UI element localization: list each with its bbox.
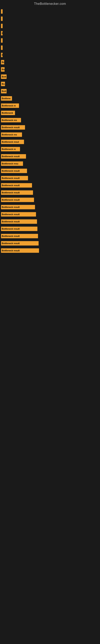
bar-label	[1, 38, 2, 43]
bar-row: Bottleneck result	[1, 226, 98, 232]
bar-row: Bottleneck result	[1, 212, 98, 217]
bar-label: Bo	[1, 67, 4, 72]
bar-row: Bottleneck	[1, 110, 98, 116]
bar-label: Bottleneck re	[1, 104, 19, 108]
bar-row: Bottleneck res	[1, 117, 98, 123]
bar-row: Bottlene	[1, 96, 98, 101]
bar-row: Bo	[1, 59, 98, 65]
bar-label: Bott	[1, 74, 7, 79]
bar-label: Bottleneck	[1, 111, 15, 115]
bar-label: Bo	[1, 82, 5, 86]
bar-row	[1, 9, 98, 14]
bar-label: Bottleneck result	[1, 183, 32, 188]
bar-row: Bottleneck result	[1, 124, 98, 130]
bar-label: Bottleneck result	[1, 248, 39, 253]
bar-row: Bottleneck re	[1, 103, 98, 108]
bar-row: Bottleneck result	[1, 190, 98, 196]
bar-row: Bottleneck resul	[1, 139, 98, 145]
bar-row: Bottleneck re	[1, 146, 98, 152]
bar-label: Bottleneck result	[1, 190, 33, 195]
bar-row: Bottleneck res	[1, 132, 98, 138]
bar-label	[1, 9, 2, 14]
bar-row: Bottleneck result	[1, 233, 98, 239]
bar-label: Bottleneck result	[1, 125, 25, 130]
bar-label: Bottleneck result	[1, 212, 36, 216]
bar-label: B	[1, 31, 2, 36]
bar-row: Bottleneck result	[1, 175, 98, 181]
bar-row: Bott	[1, 88, 98, 94]
bar-row: B	[1, 52, 98, 58]
bar-row	[1, 23, 98, 29]
bar-label: Bottleneck result	[1, 241, 39, 246]
bar-row: Bottleneck result	[1, 204, 98, 210]
bar-row: Bottleneck result	[1, 168, 98, 174]
bar-label: B	[1, 53, 2, 57]
bar-label: Bottlene	[1, 96, 12, 100]
bar-label: Bottleneck result	[1, 226, 37, 231]
bar-label: Bott	[1, 89, 7, 94]
bar-row: Bottleneck result	[1, 154, 98, 159]
bar-row: Bottleneck result	[1, 197, 98, 203]
bar-label: Bottleneck resu	[1, 162, 23, 166]
bar-label: Bottleneck result	[1, 176, 28, 180]
bar-label: Bo	[1, 60, 4, 64]
bar-row: Bo	[1, 66, 98, 72]
bar-label: Bottleneck result	[1, 154, 26, 158]
bar-label: Bottleneck result	[1, 219, 37, 224]
bar-label	[1, 16, 2, 21]
bar-label	[1, 24, 2, 28]
bar-row: Bott	[1, 74, 98, 80]
bar-row: B	[1, 30, 98, 36]
bar-row	[1, 45, 98, 50]
bar-row	[1, 16, 98, 22]
bar-label: Bottleneck res	[1, 118, 21, 122]
bar-label: Bottleneck res	[1, 132, 22, 137]
bar-row: Bottleneck result	[1, 219, 98, 224]
bar-label: Bottleneck resul	[1, 140, 24, 144]
bar-label: Bottleneck re	[1, 147, 20, 151]
bar-label: Bottleneck result	[1, 169, 27, 173]
bar-row: Bottleneck result	[1, 182, 98, 188]
bar-row: Bottleneck result	[1, 240, 98, 246]
site-title: TheBottlenecker.com	[0, 0, 100, 7]
bar-row: Bo	[1, 81, 98, 87]
bar-label	[1, 46, 2, 50]
bar-row	[1, 38, 98, 43]
bar-label: Bottleneck result	[1, 205, 35, 209]
bars-container: BBBoBoBottBoBottBottleneBottleneck reBot…	[0, 7, 100, 257]
bar-label: Bottleneck result	[1, 234, 38, 238]
bar-row: Bottleneck result	[1, 248, 98, 253]
bar-label: Bottleneck result	[1, 198, 34, 202]
bar-row: Bottleneck resu	[1, 161, 98, 166]
